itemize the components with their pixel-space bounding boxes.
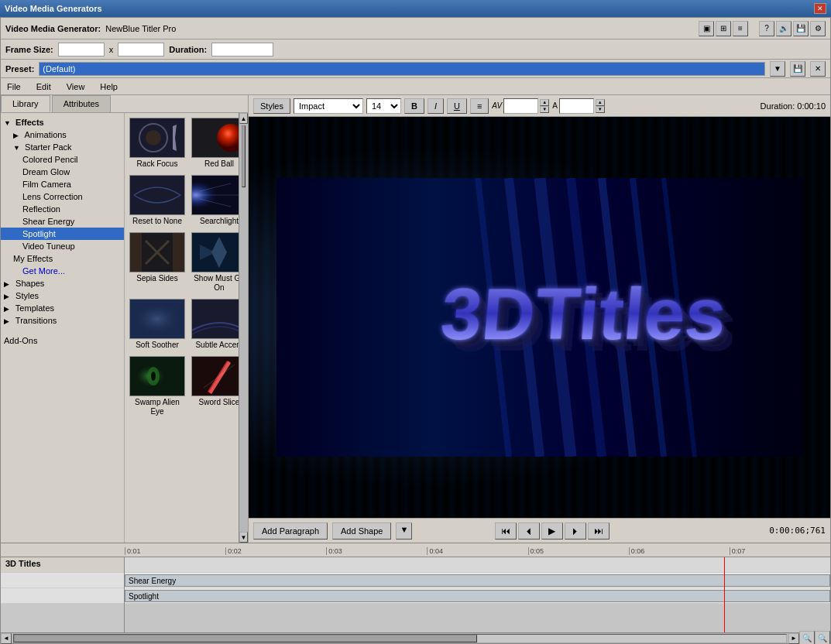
font-size-select[interactable]: 14 xyxy=(366,98,401,114)
timeline-zoom-in-icon[interactable]: 🔍 xyxy=(815,631,830,645)
scroll-down-btn[interactable]: ▼ xyxy=(239,532,248,543)
styles-button[interactable]: Styles xyxy=(253,98,290,114)
tree-film-camera[interactable]: Film Camera xyxy=(1,178,124,190)
leading-down-icon[interactable]: ▼ xyxy=(596,106,605,113)
timeline-playhead[interactable] xyxy=(724,557,725,632)
tree-video-tuneup[interactable]: Video Tuneup xyxy=(1,240,124,252)
tree-addons[interactable]: Add-Ons xyxy=(1,334,124,347)
settings-icon[interactable]: ⚙ xyxy=(810,21,826,36)
thumb-searchlight[interactable]: Searchlight xyxy=(190,173,239,228)
scroll-left-end-btn[interactable]: ◄ xyxy=(1,633,12,644)
align-button[interactable]: ≡ xyxy=(470,98,489,114)
scroll-thumb[interactable] xyxy=(242,125,246,187)
tree-lens-correction[interactable]: Lens Correction xyxy=(1,190,124,203)
timeline-zoom-out-icon[interactable]: 🔍 xyxy=(799,631,815,645)
kern-down-icon[interactable]: ▼ xyxy=(540,106,549,113)
transitions-arrow-icon: ▶ xyxy=(4,317,13,325)
scroll-h-thumb[interactable] xyxy=(14,635,477,642)
menu-help[interactable]: Help xyxy=(97,80,121,93)
next-frame-button[interactable]: ⏵ xyxy=(565,522,586,540)
add-shape-button[interactable]: Add Shape xyxy=(332,522,391,540)
kern-input[interactable]: 1.00 xyxy=(503,98,538,114)
view-single-icon[interactable]: ▣ xyxy=(699,21,714,36)
kern-up-icon[interactable]: ▲ xyxy=(540,99,549,106)
preview-area: 3DTitles 3DTitles 3DTitles xyxy=(249,117,830,518)
audio-icon[interactable]: 🔊 xyxy=(776,21,792,36)
view-list-icon[interactable]: ≡ xyxy=(733,21,748,36)
thumb-swamp-alien[interactable]: Swamp Alien Eye xyxy=(128,355,187,418)
preset-dropdown-icon[interactable]: ▼ xyxy=(770,61,785,77)
italic-button[interactable]: I xyxy=(428,98,444,114)
scroll-h-track[interactable] xyxy=(13,634,787,643)
thumb-label-subtle: Subtle Accent xyxy=(195,341,239,350)
svg-point-2 xyxy=(146,130,161,146)
menu-view[interactable]: View xyxy=(64,80,88,93)
tree-spotlight[interactable]: Spotlight xyxy=(1,228,124,240)
thumb-soft-soother[interactable]: Soft Soother xyxy=(128,297,187,351)
thumb-img-swamp xyxy=(129,356,185,396)
tree-dream-glow[interactable]: Dream Glow xyxy=(1,166,124,178)
library-content: ▼ Effects ▶ Animations ▼ Starter Pack Co… xyxy=(1,113,248,543)
main-window: Video Media Generator: NewBlue Titler Pr… xyxy=(0,17,831,644)
scroll-right-end-btn[interactable]: ► xyxy=(788,633,799,644)
add-paragraph-button[interactable]: Add Paragraph xyxy=(253,522,328,540)
tabs-row: Library Attributes xyxy=(1,95,248,113)
tab-library[interactable]: Library xyxy=(1,95,50,112)
menu-edit[interactable]: Edit xyxy=(33,80,54,93)
transport-controls: ⏮ ⏴ ▶ ⏵ ⏭ xyxy=(495,522,610,540)
underline-button[interactable]: U xyxy=(447,98,467,114)
leading-input[interactable]: 1.00 xyxy=(559,98,594,114)
preset-label: Preset: xyxy=(5,64,34,74)
duration-input[interactable]: 5.0.001 xyxy=(211,43,273,57)
add-shape-dropdown[interactable]: ▼ xyxy=(396,522,412,540)
tree-templates[interactable]: ▶ Templates xyxy=(1,302,124,314)
bold-button[interactable]: B xyxy=(404,98,424,114)
view-grid-icon[interactable]: ⊞ xyxy=(716,21,731,36)
thumb-rack-focus[interactable]: Rack Focus xyxy=(128,116,187,170)
ruler-0-01: 0:01 xyxy=(125,547,225,555)
tree-shear-energy[interactable]: Shear Energy xyxy=(1,215,124,228)
thumb-reset-none[interactable]: Reset to None xyxy=(128,173,187,228)
thumb-sword-slice[interactable]: Sword Slice xyxy=(190,355,239,418)
timeline-scrollbar: ◄ ► 🔍 🔍 xyxy=(1,632,830,643)
frame-width-input[interactable]: 1920 xyxy=(58,43,105,57)
play-button[interactable]: ▶ xyxy=(541,522,563,540)
menu-file[interactable]: File xyxy=(4,80,24,93)
templates-arrow-icon: ▶ xyxy=(4,305,13,313)
font-family-select[interactable]: Impact xyxy=(294,98,363,114)
get-more-link[interactable]: Get More... xyxy=(1,265,124,277)
tree-shapes[interactable]: ▶ Shapes xyxy=(1,277,124,289)
preset-close-icon[interactable]: ✕ xyxy=(810,61,826,77)
close-button[interactable]: ✕ xyxy=(814,3,826,14)
tree-styles[interactable]: ▶ Styles xyxy=(1,289,124,302)
shapes-arrow-icon: ▶ xyxy=(4,280,13,288)
thumb-subtle-accent[interactable]: Subtle Accent xyxy=(190,297,239,351)
frame-height-input[interactable]: 1080 xyxy=(118,43,164,57)
tree-reflection[interactable]: Reflection xyxy=(1,203,124,215)
thumb-label-rack-focus: Rack Focus xyxy=(137,159,178,169)
tree-transitions[interactable]: ▶ Transitions xyxy=(1,314,124,327)
tree-colored-pencil[interactable]: Colored Pencil xyxy=(1,153,124,166)
ruler-0-05: 0:05 xyxy=(528,547,629,555)
preset-select[interactable]: (Default) xyxy=(39,62,765,76)
thumb-show-must[interactable]: Show Must Go On xyxy=(190,231,239,294)
svg-rect-9 xyxy=(130,233,142,272)
thumb-img-soft xyxy=(129,299,185,339)
tree-effects[interactable]: ▼ Effects xyxy=(1,116,124,128)
thumb-red-ball[interactable]: Red Ball xyxy=(190,116,239,170)
preset-save-icon[interactable]: 💾 xyxy=(790,61,805,77)
skip-to-end-button[interactable]: ⏭ xyxy=(588,522,610,540)
leading-up-icon[interactable]: ▲ xyxy=(596,99,605,106)
save-preset-icon[interactable]: 💾 xyxy=(793,21,809,36)
help-icon[interactable]: ? xyxy=(759,21,774,36)
tree-animations[interactable]: ▶ Animations xyxy=(1,128,124,141)
tab-attributes[interactable]: Attributes xyxy=(52,95,111,112)
window-title: Video Media Generators xyxy=(5,4,102,13)
tree-starter-pack[interactable]: ▼ Starter Pack xyxy=(1,141,124,153)
skip-to-start-button[interactable]: ⏮ xyxy=(495,522,517,540)
prev-frame-button[interactable]: ⏴ xyxy=(518,522,540,540)
tree-my-effects[interactable]: My Effects xyxy=(1,252,124,265)
thumb-img-sepia xyxy=(129,232,185,272)
scroll-up-btn[interactable]: ▲ xyxy=(239,113,248,124)
thumb-sepia-sides[interactable]: Sepia Sides xyxy=(128,231,187,294)
